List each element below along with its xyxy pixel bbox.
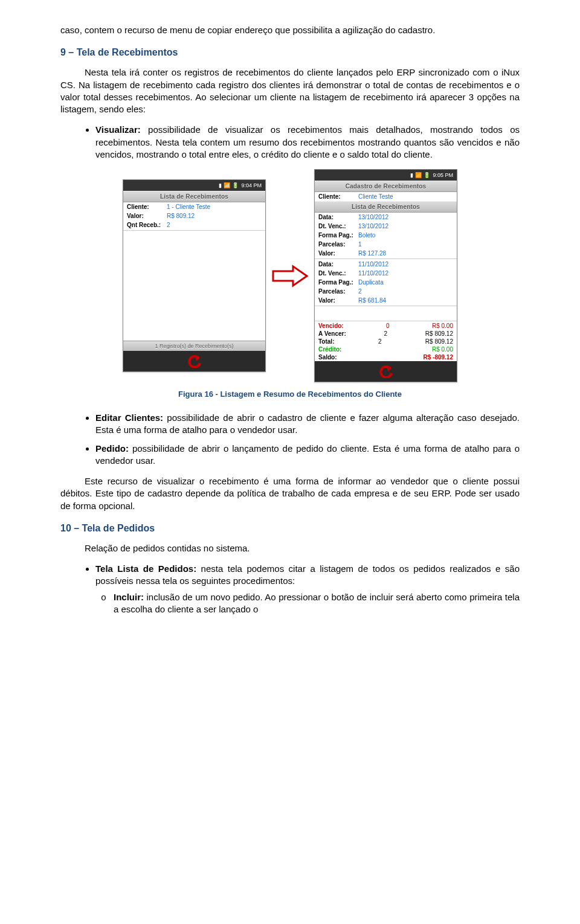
- footerbar-left: 1 Registro(s) de Recebimento(s): [123, 341, 265, 351]
- phone-left: ▮ 📶 🔋 9:04 PM Lista de Recebimentos Clie…: [123, 179, 266, 372]
- section10-paragraph: Relação de pedidos contidas no sistema.: [60, 542, 520, 554]
- s-avencer-val: R$ 809.12: [425, 330, 453, 337]
- lbl-valor: Valor:: [127, 213, 167, 219]
- s-venc-lbl: Vencido:: [318, 322, 344, 329]
- battery-icon: 🔋: [424, 172, 430, 178]
- undo-icon[interactable]: [187, 355, 202, 368]
- e2-forma-val: Duplicata: [358, 279, 384, 286]
- s-total-val: R$ 809.12: [425, 338, 453, 345]
- intro-paragraph: caso, contem o recurso de menu de copiar…: [60, 24, 520, 36]
- e1-data-val: 13/10/2012: [358, 214, 388, 220]
- bullet-pedido-text: possibilidade de abrir o lançamento de p…: [95, 443, 520, 466]
- s-venc-qty: 0: [386, 322, 390, 329]
- clock-right: 9:05 PM: [433, 172, 453, 178]
- e2-forma-lbl: Forma Pag.:: [318, 279, 358, 286]
- row-cliente-r: Cliente:Cliente Teste: [315, 192, 457, 201]
- e2-valor-lbl: Valor:: [318, 297, 358, 304]
- btnbar-right: [315, 361, 457, 382]
- e2-data-lbl: Data:: [318, 261, 358, 268]
- signal-icons: ▮ 📶 🔋: [219, 182, 239, 188]
- undo-icon[interactable]: [378, 365, 394, 378]
- e2-valor-val: R$ 681.84: [358, 297, 386, 304]
- e2-data-val: 11/10/2012: [358, 261, 388, 268]
- bullet-visualizar-text: possibilidade de visualizar os recebimen…: [95, 124, 520, 159]
- bullet-visualizar: Visualizar: possibilidade de visualizar …: [95, 124, 520, 161]
- clock-left: 9:04 PM: [241, 182, 262, 188]
- bullet-lista-pedidos: Tela Lista de Pedidos: nesta tela podemo…: [95, 563, 520, 615]
- s-total-qty: 2: [378, 338, 382, 345]
- summary-table: Vencido:0R$ 0.00 A Vencer:2R$ 809.12 Tot…: [315, 320, 457, 361]
- section10-heading: 10 – Tela de Pedidos: [60, 523, 520, 534]
- lbl-qnt: Qnt Receb.:: [127, 222, 167, 228]
- s-total-lbl: Total:: [318, 338, 334, 345]
- s-saldo-lbl: Saldo:: [318, 354, 337, 361]
- section9-paragraph: Nesta tela irá conter os registros de re…: [60, 66, 520, 115]
- val-cliente-r: Cliente Teste: [358, 193, 393, 200]
- bullet-editar: Editar Clientes: possibilidade de abrir …: [95, 412, 520, 437]
- e2-venc-lbl: Dt. Venc.:: [318, 270, 358, 277]
- titlebar-right-2: Lista de Recebimentos: [315, 201, 457, 213]
- signal-bars-icon: 📶: [415, 172, 422, 178]
- e1-forma-val: Boleto: [358, 232, 375, 239]
- s-venc-val: R$ 0.00: [432, 322, 453, 329]
- titlebar-left: Lista de Recebimentos: [123, 191, 265, 202]
- bullet-editar-label: Editar Clientes:: [95, 412, 163, 423]
- val-valor: R$ 809.12: [167, 213, 195, 219]
- figure16-caption: Figura 16 - Listagem e Resumo de Recebim…: [60, 390, 520, 399]
- e1-venc-val: 13/10/2012: [358, 223, 388, 229]
- s-avencer-lbl: A Vencer:: [318, 330, 346, 337]
- figure-phones: ▮ 📶 🔋 9:04 PM Lista de Recebimentos Clie…: [60, 169, 520, 382]
- bullet-visualizar-label: Visualizar:: [95, 124, 141, 135]
- e1-parc-lbl: Parcelas:: [318, 241, 358, 248]
- lbl-cliente-r: Cliente:: [318, 193, 358, 200]
- signal-3g-icon: ▮: [219, 182, 222, 188]
- subbullet-incluir-text: inclusão de um novo pedido. Ao pressiona…: [114, 592, 520, 614]
- arrow-right-icon: [272, 264, 308, 288]
- s-cred-val: R$ 0.00: [432, 346, 453, 353]
- btnbar-left: [123, 351, 265, 371]
- statusbar-right: ▮ 📶 🔋 9:05 PM: [315, 170, 457, 181]
- s-cred-lbl: Crédito:: [318, 346, 341, 353]
- bullet-lista-label: Tela Lista de Pedidos:: [95, 563, 196, 574]
- e1-data-lbl: Data:: [318, 214, 358, 220]
- bullet-pedido: Pedido: possibilidade de abrir o lançame…: [95, 443, 520, 467]
- s-saldo-val: R$ -809.12: [424, 354, 453, 361]
- statusbar-left: ▮ 📶 🔋 9:04 PM: [123, 180, 265, 191]
- signal-bars-icon: 📶: [224, 182, 230, 188]
- titlebar-right-1: Cadastro de Recebimentos: [315, 181, 457, 192]
- lbl-cliente: Cliente:: [127, 204, 167, 210]
- s-avencer-qty: 2: [384, 330, 388, 337]
- battery-icon: 🔋: [232, 182, 239, 188]
- row-qnt: Qnt Receb.:2: [123, 220, 265, 229]
- bullet-pedido-label: Pedido:: [95, 443, 129, 454]
- e1-valor-lbl: Valor:: [318, 250, 358, 257]
- svg-marker-1: [273, 266, 307, 286]
- row-cliente: Cliente:1 - Cliente Teste: [123, 202, 265, 211]
- e2-parc-lbl: Parcelas:: [318, 288, 358, 295]
- section9-closing: Este recurso de visualizar o recebimento…: [60, 475, 520, 512]
- val-cliente: 1 - Cliente Teste: [167, 204, 210, 210]
- subbullet-incluir: Incluir: inclusão de um novo pedido. Ao …: [114, 591, 520, 616]
- row-valor: Valor:R$ 809.12: [123, 211, 265, 220]
- val-qnt: 2: [167, 222, 170, 228]
- e2-parc-val: 2: [358, 288, 362, 295]
- e1-forma-lbl: Forma Pag.:: [318, 232, 358, 239]
- e1-valor-val: R$ 127.28: [358, 250, 386, 257]
- e1-venc-lbl: Dt. Venc.:: [318, 223, 358, 229]
- e2-venc-val: 11/10/2012: [358, 270, 388, 277]
- phone-right: ▮ 📶 🔋 9:05 PM Cadastro de Recebimentos C…: [314, 169, 457, 382]
- signal-icons-r: ▮ 📶 🔋: [410, 172, 430, 178]
- signal-3g-icon: ▮: [410, 172, 413, 178]
- section9-heading: 9 – Tela de Recebimentos: [60, 47, 520, 58]
- e1-parc-val: 1: [358, 241, 362, 248]
- subbullet-incluir-label: Incluir:: [114, 592, 144, 602]
